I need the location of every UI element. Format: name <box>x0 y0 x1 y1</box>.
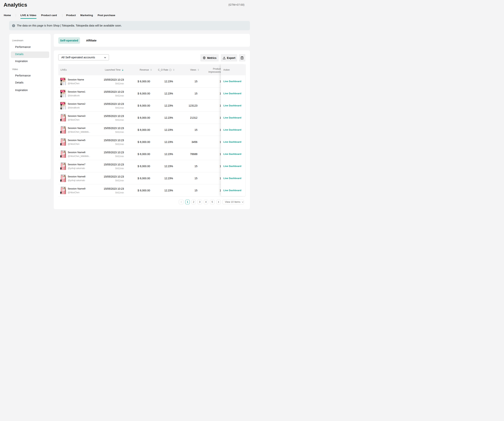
svg-text:?: ? <box>170 69 171 71</box>
